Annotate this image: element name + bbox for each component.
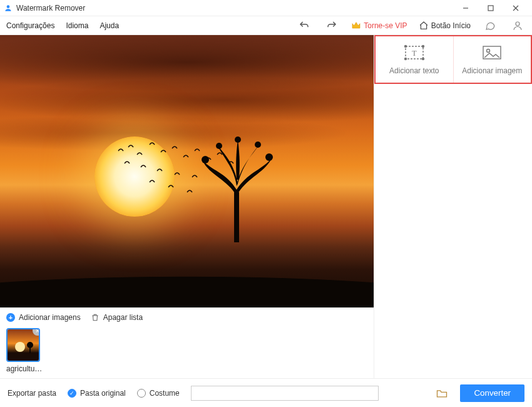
export-original-option[interactable]: Pasta original bbox=[68, 389, 126, 398]
thumbnail-bar: + Adicionar imagens Apagar lista × agric… bbox=[0, 307, 374, 378]
export-path-input[interactable] bbox=[191, 386, 379, 401]
add-image-button[interactable]: Adicionar imagem bbox=[453, 36, 531, 83]
svg-point-13 bbox=[27, 342, 33, 348]
footer: Exportar pasta Pasta original Costume Co… bbox=[0, 378, 532, 407]
left-column: + Adicionar imagens Apagar lista × agric… bbox=[0, 35, 374, 378]
export-custom-option[interactable]: Costume bbox=[137, 389, 180, 398]
trash-icon bbox=[91, 313, 100, 322]
svg-rect-2 bbox=[488, 6, 493, 11]
svg-point-7 bbox=[202, 156, 209, 163]
home-icon bbox=[419, 21, 429, 31]
svg-point-0 bbox=[7, 5, 10, 8]
menubar: Configurações Idioma Ajuda Torne-se VIP … bbox=[0, 16, 532, 35]
clear-list-label: Apagar lista bbox=[103, 313, 143, 322]
svg-point-10 bbox=[255, 142, 261, 148]
add-text-label: Adicionar texto bbox=[389, 66, 439, 75]
export-custom-label: Costume bbox=[150, 389, 180, 398]
add-images-label: Adicionar imagens bbox=[19, 313, 81, 322]
home-label: Botão Início bbox=[431, 21, 471, 30]
crown-icon bbox=[351, 21, 361, 31]
undo-button[interactable] bbox=[296, 18, 312, 34]
convert-button[interactable]: Converter bbox=[460, 384, 524, 402]
redo-button[interactable] bbox=[324, 18, 340, 34]
svg-point-11 bbox=[235, 137, 241, 143]
add-image-label: Adicionar imagem bbox=[462, 66, 522, 75]
radio-checked-icon bbox=[68, 389, 76, 398]
svg-point-19 bbox=[422, 58, 424, 60]
svg-text:T: T bbox=[412, 49, 417, 58]
thumbnail-item[interactable]: × agricultur... bbox=[6, 328, 43, 373]
thumbnail-name: agricultur... bbox=[6, 364, 43, 373]
window-maximize-button[interactable] bbox=[478, 0, 503, 16]
add-text-button[interactable]: T Adicionar texto bbox=[376, 36, 453, 83]
vip-button[interactable]: Torne-se VIP bbox=[351, 21, 407, 31]
window-title: Watermark Remover bbox=[16, 4, 85, 13]
menu-language[interactable]: Idioma bbox=[66, 21, 88, 30]
menu-config[interactable]: Configurações bbox=[6, 21, 54, 30]
export-original-label: Pasta original bbox=[80, 389, 126, 398]
text-box-icon: T bbox=[403, 44, 426, 61]
svg-point-21 bbox=[487, 49, 490, 53]
svg-point-5 bbox=[516, 22, 519, 26]
svg-point-17 bbox=[422, 46, 424, 48]
svg-point-9 bbox=[216, 143, 222, 149]
right-panel: T Adicionar texto Adicionar imagem bbox=[374, 35, 532, 378]
window-close-button[interactable] bbox=[503, 0, 528, 16]
svg-point-8 bbox=[265, 153, 273, 161]
image-preview[interactable] bbox=[0, 35, 374, 307]
export-folder-label: Exportar pasta bbox=[8, 389, 56, 398]
svg-point-18 bbox=[404, 58, 406, 60]
main-area: + Adicionar imagens Apagar lista × agric… bbox=[0, 35, 532, 378]
feedback-button[interactable] bbox=[482, 18, 498, 34]
home-button[interactable]: Botão Início bbox=[419, 21, 471, 31]
svg-point-16 bbox=[404, 46, 406, 48]
vip-label: Torne-se VIP bbox=[364, 21, 407, 30]
plus-icon: + bbox=[6, 313, 15, 322]
clear-list-button[interactable]: Apagar lista bbox=[91, 313, 143, 322]
app-logo-icon bbox=[4, 4, 13, 13]
add-images-button[interactable]: + Adicionar imagens bbox=[6, 313, 81, 322]
titlebar: Watermark Remover bbox=[0, 0, 532, 16]
menu-help[interactable]: Ajuda bbox=[100, 21, 119, 30]
radio-unchecked-icon bbox=[137, 389, 146, 398]
browse-folder-button[interactable] bbox=[435, 386, 449, 400]
image-icon bbox=[481, 44, 503, 61]
window-minimize-button[interactable] bbox=[453, 0, 478, 16]
account-button[interactable] bbox=[509, 18, 526, 34]
